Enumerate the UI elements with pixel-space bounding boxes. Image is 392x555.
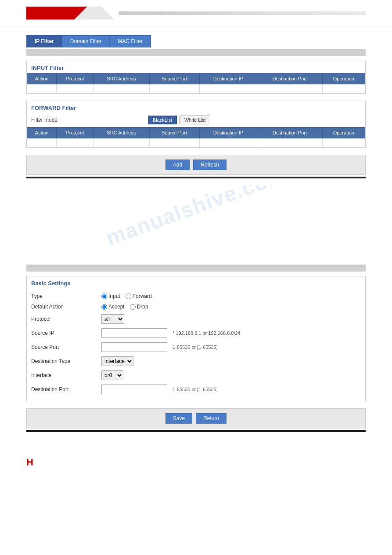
type-row: Type Input Forward bbox=[31, 291, 361, 301]
filter-mode-row: Filter mode BlackList White List bbox=[27, 113, 365, 127]
type-value: Input Forward bbox=[101, 293, 152, 299]
interface-select[interactable]: br0 eth0 eth1 bbox=[101, 370, 123, 380]
destination-type-select[interactable]: interface ip bbox=[101, 356, 133, 366]
save-return-bar: Save Return bbox=[26, 408, 366, 428]
tab-domain-filter[interactable]: Domain Filter bbox=[62, 35, 109, 47]
source-ip-input[interactable] bbox=[101, 328, 167, 338]
input-col-source-port: Source Port bbox=[149, 73, 199, 84]
bottom-divider bbox=[26, 430, 366, 432]
type-forward-label: Forward bbox=[133, 293, 152, 299]
interface-value: br0 eth0 eth1 bbox=[101, 370, 123, 380]
source-port-input[interactable] bbox=[101, 342, 167, 352]
type-label: Type bbox=[31, 293, 101, 299]
save-button[interactable]: Save bbox=[165, 413, 192, 424]
add-button[interactable]: Add bbox=[165, 160, 190, 170]
action-accept-option[interactable]: Accept bbox=[101, 304, 125, 310]
mid-gray-bar bbox=[26, 265, 366, 272]
forward-filter-section: FORWARD Filter Filter mode BlackList Whi… bbox=[26, 101, 366, 148]
add-refresh-bar: Add Refresh bbox=[26, 155, 366, 175]
destination-type-label: Destination Type bbox=[31, 358, 101, 364]
forward-empty-row bbox=[27, 138, 365, 147]
blacklist-mode-btn[interactable]: BlackList bbox=[148, 116, 177, 124]
action-drop-radio[interactable] bbox=[130, 304, 136, 310]
destination-type-row: Destination Type interface ip bbox=[31, 354, 361, 368]
forward-filter-table: Action Protocol SRC Address Source Port … bbox=[27, 127, 365, 147]
fwd-col-src: SRC Address bbox=[94, 127, 150, 138]
source-ip-hint: * 192.168.8.1 or 192.168.8.0/24 bbox=[173, 330, 241, 336]
source-port-row: Source Port 1-65535 or [1-65535] bbox=[31, 340, 361, 354]
basic-settings-section: Basic Settings Type Input Forward bbox=[26, 276, 366, 401]
source-port-value: 1-65535 or [1-65535] bbox=[101, 342, 218, 352]
top-divider bbox=[26, 177, 366, 178]
main-content: IP Filter Domain Filter MAC Filter INPUT… bbox=[0, 26, 392, 448]
whitelist-mode-btn[interactable]: White List bbox=[180, 116, 210, 124]
input-filter-section: INPUT Filter Action Protocol SRC Address… bbox=[26, 61, 366, 94]
default-action-value: Accept Drop bbox=[101, 304, 148, 310]
action-drop-option[interactable]: Drop bbox=[130, 304, 148, 310]
type-forward-option[interactable]: Forward bbox=[126, 293, 152, 299]
refresh-button[interactable]: Refresh bbox=[193, 160, 227, 170]
header bbox=[0, 0, 392, 26]
input-col-protocol: Protocol bbox=[57, 73, 94, 84]
fwd-col-action: Action bbox=[27, 127, 57, 138]
fwd-col-dest-port: Destination Port bbox=[257, 127, 322, 138]
footer: H bbox=[0, 448, 392, 477]
type-forward-radio[interactable] bbox=[126, 294, 131, 299]
destination-port-hint: 1-65535 or [1-65535] bbox=[173, 387, 218, 392]
fwd-col-dest-ip: Destination IP bbox=[199, 127, 257, 138]
type-input-label: Input bbox=[108, 293, 120, 299]
input-col-dest-ip: Destination IP bbox=[199, 73, 257, 84]
watermark-text: manualshive.com bbox=[103, 185, 290, 250]
source-port-label: Source Port bbox=[31, 344, 101, 350]
filter-mode-label: Filter mode bbox=[31, 117, 58, 123]
default-action-label: Default Action bbox=[31, 304, 101, 310]
protocol-value: all tcp udp icmp bbox=[101, 314, 124, 324]
input-empty-row bbox=[27, 84, 365, 93]
fwd-col-protocol: Protocol bbox=[57, 127, 94, 138]
input-col-dest-port: Destination Port bbox=[257, 73, 322, 84]
watermark-area: manualshive.com bbox=[26, 185, 366, 265]
protocol-label: Protocol bbox=[31, 316, 101, 322]
protocol-select[interactable]: all tcp udp icmp bbox=[101, 314, 124, 324]
source-ip-label: Source IP bbox=[31, 330, 101, 336]
interface-label: Interface bbox=[31, 372, 101, 378]
header-logo bbox=[26, 7, 114, 20]
forward-filter-title: FORWARD Filter bbox=[27, 101, 365, 113]
input-filter-table: Action Protocol SRC Address Source Port … bbox=[27, 73, 365, 93]
destination-port-input[interactable] bbox=[101, 385, 167, 394]
action-accept-label: Accept bbox=[108, 304, 125, 310]
type-input-radio[interactable] bbox=[101, 294, 107, 299]
protocol-row: Protocol all tcp udp icmp bbox=[31, 312, 361, 326]
input-col-operation: Operation bbox=[322, 73, 365, 84]
fwd-col-source-port: Source Port bbox=[149, 127, 199, 138]
action-accept-radio[interactable] bbox=[101, 304, 107, 310]
header-bar-decoration bbox=[119, 11, 366, 15]
destination-port-value: 1-65535 or [1-65535] bbox=[101, 385, 218, 394]
action-drop-label: Drop bbox=[137, 304, 148, 310]
return-button[interactable]: Return bbox=[196, 413, 227, 424]
top-gray-bar bbox=[26, 49, 366, 56]
source-port-hint: 1-65535 or [1-65535] bbox=[173, 345, 218, 350]
destination-port-label: Destination Port bbox=[31, 386, 101, 392]
destination-port-row: Destination Port 1-65535 or [1-65535] bbox=[31, 382, 361, 396]
input-col-action: Action bbox=[27, 73, 57, 84]
default-action-row: Default Action Accept Drop bbox=[31, 301, 361, 312]
basic-settings-title: Basic Settings bbox=[27, 276, 365, 288]
settings-fields: Type Input Forward Default Action bbox=[27, 288, 365, 401]
tab-mac-filter[interactable]: MAC Filter bbox=[109, 35, 151, 47]
footer-logo: H bbox=[26, 457, 33, 468]
fwd-col-operation: Operation bbox=[322, 127, 365, 138]
input-col-src: SRC Address bbox=[94, 73, 150, 84]
interface-row: Interface br0 eth0 eth1 bbox=[31, 368, 361, 382]
destination-type-value: interface ip bbox=[101, 356, 133, 366]
input-filter-title: INPUT Filter bbox=[27, 61, 365, 73]
filter-tabs: IP Filter Domain Filter MAC Filter bbox=[26, 35, 366, 47]
source-ip-row: Source IP * 192.168.8.1 or 192.168.8.0/2… bbox=[31, 326, 361, 340]
tab-ip-filter[interactable]: IP Filter bbox=[26, 35, 62, 47]
type-input-option[interactable]: Input bbox=[101, 293, 120, 299]
source-ip-value: * 192.168.8.1 or 192.168.8.0/24 bbox=[101, 328, 241, 338]
